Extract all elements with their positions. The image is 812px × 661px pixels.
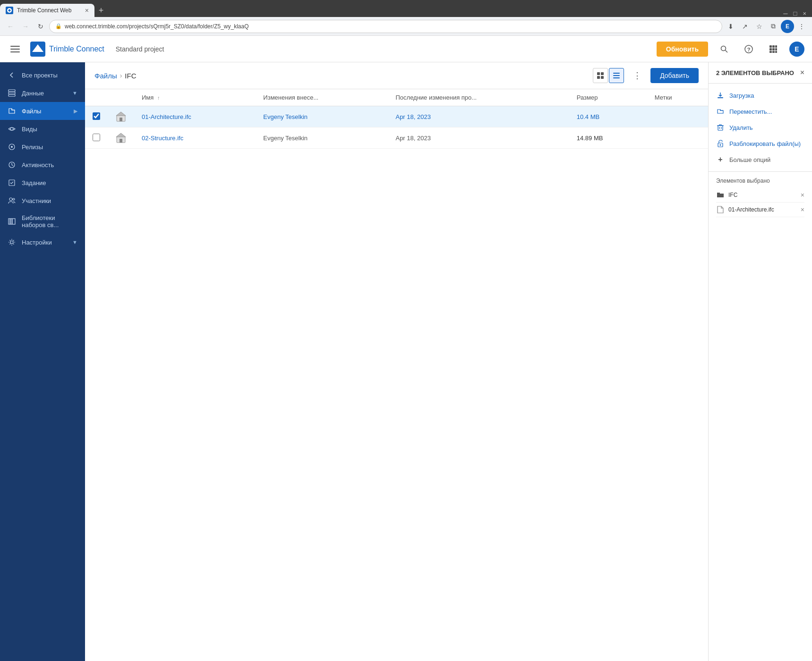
bookmark-button[interactable]: ☆ <box>752 20 766 33</box>
selected-item: IFC× <box>716 188 804 203</box>
back-button[interactable]: ← <box>4 20 17 33</box>
panel-action-delete[interactable]: Удалить <box>709 119 812 136</box>
file-table-body: 01-Architecture.ifcEvgeny TeselkinApr 18… <box>85 106 708 149</box>
sidebar-item-activity[interactable]: Активность <box>0 156 85 174</box>
table-row[interactable]: 01-Architecture.ifcEvgeny TeselkinApr 18… <box>85 106 708 127</box>
download-label: Загрузка <box>729 92 754 99</box>
selected-item-remove-button[interactable]: × <box>801 206 804 213</box>
panel-action-more[interactable]: +Больше опций <box>709 152 812 168</box>
file-changed-at: Apr 18, 2023 <box>388 106 569 127</box>
svg-rect-1 <box>10 46 20 47</box>
file-checkbox[interactable] <box>93 134 100 141</box>
activity-label: Активность <box>22 161 77 169</box>
share-button[interactable]: ↗ <box>738 20 752 33</box>
sidebar-item-members[interactable]: Участники <box>0 192 85 210</box>
panel-header: 2 ЭЛЕМЕНТОВ ВЫБРАНО × <box>709 62 812 84</box>
app-name: Trimble Connect <box>49 45 104 53</box>
views-icon <box>8 125 16 133</box>
sidebar-item-releases[interactable]: Релизы <box>0 138 85 156</box>
breadcrumb-root[interactable]: Файлы <box>94 72 117 80</box>
hamburger-menu-button[interactable] <box>8 42 23 57</box>
active-tab[interactable]: Trimble Connect Web × <box>0 4 94 17</box>
apps-button[interactable] <box>765 41 782 58</box>
name-column-header[interactable]: Имя ↑ <box>134 89 256 106</box>
file-name-link[interactable]: 01-Architecture.ifc <box>142 113 191 120</box>
search-button[interactable] <box>716 41 733 58</box>
tab-close-button[interactable]: × <box>85 7 89 14</box>
select-all-header <box>85 89 108 106</box>
svg-rect-46 <box>718 97 723 98</box>
window-maximize[interactable]: □ <box>792 10 799 17</box>
new-tab-button[interactable]: + <box>94 4 108 17</box>
libraries-label: Библиотеки наборов св... <box>22 214 77 229</box>
svg-rect-15 <box>775 48 777 51</box>
delete-label: Удалить <box>729 124 753 131</box>
grid-view-button[interactable] <box>593 68 608 83</box>
profile-button[interactable]: E <box>781 20 794 33</box>
sidebar-item-tasks[interactable]: Задание <box>0 174 85 192</box>
main-content: Все проекты Данные ▼ Файлы ▶ <box>0 62 812 661</box>
extensions-button[interactable]: ⧉ <box>767 20 780 33</box>
user-avatar[interactable]: E <box>789 42 804 57</box>
file-name-link[interactable]: 02-Structure.ifc <box>142 135 183 142</box>
file-tags <box>647 127 708 149</box>
panel-action-download[interactable]: Загрузка <box>709 87 812 103</box>
help-button[interactable]: ? <box>740 41 757 58</box>
table-row[interactable]: 02-Structure.ifcEvgeny TeselkinApr 18, 2… <box>85 127 708 149</box>
sidebar-item-files[interactable]: Файлы ▶ <box>0 102 85 120</box>
browser-chrome: Trimble Connect Web × + ─ □ × ← → ↻ 🔒 we… <box>0 0 812 36</box>
sidebar-item-libraries[interactable]: Библиотеки наборов св... <box>0 210 85 233</box>
breadcrumb: Файлы › IFC <box>94 72 587 80</box>
project-name: Standard project <box>116 45 164 53</box>
files-label: Файлы <box>22 108 67 115</box>
panel-close-button[interactable]: × <box>800 69 804 76</box>
svg-rect-35 <box>597 76 600 79</box>
changed-at-column-header[interactable]: Последние изменения про... <box>388 89 569 106</box>
forward-button[interactable]: → <box>19 20 32 33</box>
file-table: Имя ↑ Изменения внесе... Последние измен… <box>85 89 708 149</box>
add-button[interactable]: Добавить <box>650 68 699 83</box>
sidebar-item-data[interactable]: Данные ▼ <box>0 84 85 102</box>
window-minimize[interactable]: ─ <box>781 10 789 17</box>
svg-rect-10 <box>769 45 772 48</box>
sidebar-item-all-projects[interactable]: Все проекты <box>0 66 85 84</box>
list-view-button[interactable] <box>609 68 624 83</box>
file-size: 10.4 MB <box>569 106 647 127</box>
svg-point-27 <box>9 198 12 201</box>
panel-title: 2 ЭЛЕМЕНТОВ ВЫБРАНО <box>716 69 800 76</box>
settings-label: Настройки <box>22 239 67 246</box>
size-column-header[interactable]: Размер <box>569 89 647 106</box>
svg-rect-37 <box>613 73 620 74</box>
selected-items-list: IFC×01-Architecture.ifc× <box>716 188 804 217</box>
more-options-button[interactable]: ⋮ <box>630 68 645 83</box>
window-close[interactable]: × <box>801 10 808 17</box>
nav-actions: ⬇ ↗ ☆ ⧉ E ⋮ <box>724 20 808 33</box>
move-label: Переместить... <box>729 108 772 115</box>
file-checkbox[interactable] <box>93 112 100 120</box>
svg-rect-29 <box>9 219 10 224</box>
url-bar[interactable]: 🔒 web.connect.trimble.com/projects/sQrmj… <box>49 20 722 33</box>
panel-action-unlock[interactable]: Разблокировать файл(ы) <box>709 136 812 152</box>
svg-rect-20 <box>9 92 15 94</box>
browser-menu-button[interactable]: ⋮ <box>795 20 808 33</box>
files-folder-icon[interactable]: ▶ <box>74 108 77 114</box>
sidebar-item-settings[interactable]: Настройки ▼ <box>0 233 85 251</box>
file-type-icon <box>115 111 127 122</box>
tags-column-header[interactable]: Метки <box>647 89 708 106</box>
update-button[interactable]: Обновить <box>657 42 708 57</box>
svg-line-7 <box>726 50 728 52</box>
svg-point-52 <box>720 144 721 146</box>
trimble-logo-icon <box>30 42 45 57</box>
changed-by-column-header[interactable]: Изменения внесе... <box>256 89 388 106</box>
selected-item-remove-button[interactable]: × <box>801 191 804 199</box>
download-icon <box>716 91 725 100</box>
tab-title: Trimble Connect Web <box>17 7 81 14</box>
panel-action-move[interactable]: Переместить... <box>709 103 812 119</box>
app-header: Trimble Connect Standard project Обновит… <box>0 36 812 62</box>
download-page-button[interactable]: ⬇ <box>724 20 737 33</box>
refresh-button[interactable]: ↻ <box>34 20 47 33</box>
svg-rect-2 <box>10 49 20 50</box>
sidebar-item-views[interactable]: Виды <box>0 120 85 138</box>
svg-rect-18 <box>775 51 777 53</box>
right-panel: 2 ЭЛЕМЕНТОВ ВЫБРАНО × ЗагрузкаПереместит… <box>708 62 812 661</box>
